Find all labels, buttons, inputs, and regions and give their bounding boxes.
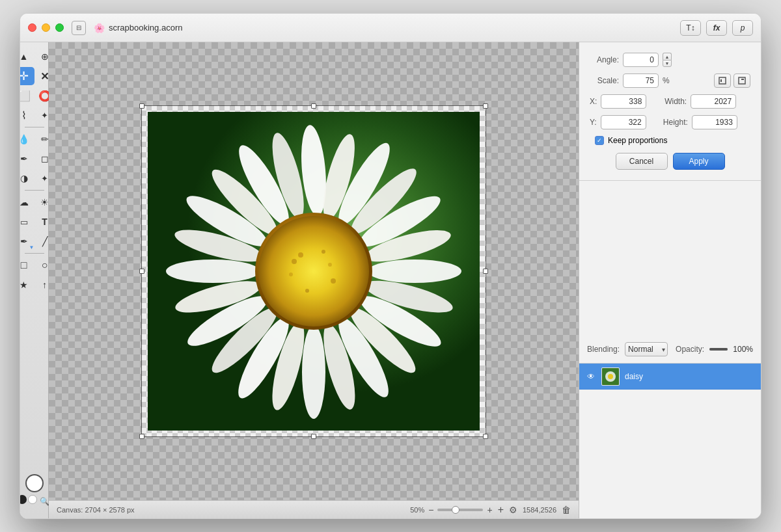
keep-proportions-label: Keep proportions xyxy=(608,136,667,145)
text-style-button[interactable]: T↕ xyxy=(680,20,701,36)
move-tool[interactable]: ✛ xyxy=(20,67,34,85)
angle-decrement-button[interactable]: ▼ xyxy=(663,60,672,67)
document-icon: 🌸 xyxy=(94,23,105,33)
daisy-svg xyxy=(148,112,480,431)
layer-visibility-icon[interactable]: 👁 xyxy=(586,371,596,382)
svg-point-7 xyxy=(368,259,461,283)
canvas-size-label: Canvas: 2704 × 2578 px xyxy=(57,506,135,514)
tool-separator-1 xyxy=(25,127,44,127)
layer-settings-button[interactable]: ⚙ xyxy=(509,505,517,515)
zoom-out-button[interactable]: − xyxy=(428,505,433,515)
coord-grid: X: Width: xyxy=(590,94,750,109)
lock-width-icon xyxy=(719,77,726,85)
lock-width-button[interactable] xyxy=(714,73,731,88)
maximize-button[interactable] xyxy=(55,23,64,32)
main-content: ▲ ⊕ ✛ ✕ ⬜ ⭕ ⌇ ✦ 💧 ✏ xyxy=(20,42,761,518)
tool-separator-3 xyxy=(25,253,44,254)
p-button[interactable]: p xyxy=(732,20,753,36)
height-label: Height: xyxy=(663,118,688,127)
sidebar-toggle-button[interactable]: ⊟ xyxy=(72,21,86,35)
main-window: ⊟ 🌸 scrapbooking.acorn T↕ fx p ▲ ⊕ xyxy=(20,13,761,519)
minimize-button[interactable] xyxy=(42,23,50,32)
zoom-area: 50% − + xyxy=(410,505,492,515)
opacity-label: Opacity: xyxy=(676,345,704,354)
background-color[interactable] xyxy=(28,495,37,504)
color-swatch[interactable] xyxy=(25,474,44,492)
svg-point-29 xyxy=(289,273,293,276)
cloud-tool[interactable]: ☁ xyxy=(20,193,34,211)
color-tools: 🔍 xyxy=(20,495,51,508)
titlebar-right-buttons: T↕ fx p xyxy=(680,20,753,36)
blending-select[interactable]: Normal Multiply Screen Overlay xyxy=(625,342,668,356)
delete-layer-button[interactable]: 🗑 xyxy=(562,505,571,515)
lock-height-icon xyxy=(738,77,746,85)
angle-label: Angle: xyxy=(590,55,619,64)
svg-point-27 xyxy=(298,252,303,258)
cancel-button[interactable]: Cancel xyxy=(616,153,668,170)
star-tool[interactable]: ★ xyxy=(20,276,34,294)
marquee-rect-tool[interactable]: ⬜ xyxy=(20,86,34,105)
svg-point-31 xyxy=(305,289,309,293)
svg-point-33 xyxy=(292,259,297,264)
layer-thumb-svg xyxy=(602,368,619,385)
x-input[interactable] xyxy=(601,94,646,109)
opacity-slider-fill xyxy=(709,348,728,351)
titlebar: ⊟ 🌸 scrapbooking.acorn T↕ fx p xyxy=(20,14,761,42)
blending-select-wrap: Normal Multiply Screen Overlay xyxy=(625,342,668,356)
angle-stepper: ▲ ▼ xyxy=(663,53,672,67)
eyedropper-tool[interactable]: 💧 xyxy=(20,130,34,148)
pen-tool[interactable]: ✒ xyxy=(20,150,34,168)
keep-proportions-checkbox[interactable]: ✓ xyxy=(595,136,604,145)
close-button[interactable] xyxy=(28,23,36,32)
layers-section: 👁 daisy xyxy=(579,364,761,518)
svg-rect-37 xyxy=(741,79,744,80)
foreground-color[interactable] xyxy=(20,495,27,504)
zoom-slider[interactable] xyxy=(437,509,483,511)
y-label: Y: xyxy=(590,118,597,127)
scale-input[interactable] xyxy=(623,73,659,88)
panel-spacer xyxy=(579,181,761,336)
fx-label: fx xyxy=(713,23,720,33)
svg-point-40 xyxy=(608,374,613,379)
height-input[interactable] xyxy=(692,115,737,129)
canvas-container xyxy=(141,105,486,437)
width-label: Width: xyxy=(665,97,687,106)
canvas-area[interactable] xyxy=(49,42,579,500)
svg-rect-35 xyxy=(720,79,722,82)
text-style-icon: T↕ xyxy=(686,23,694,33)
zoom-slider-thumb[interactable] xyxy=(452,506,459,514)
angle-input[interactable] xyxy=(623,53,659,67)
zoom-level: 50% xyxy=(410,506,424,514)
y-input[interactable] xyxy=(601,115,646,129)
svg-point-32 xyxy=(328,263,332,267)
scale-label: Scale: xyxy=(590,76,619,85)
width-input[interactable] xyxy=(691,94,736,109)
apply-button[interactable]: Apply xyxy=(673,153,725,170)
scale-row: Scale: % xyxy=(590,73,750,88)
properties-panel: Angle: ▲ ▼ Scale: % xyxy=(579,42,761,181)
opacity-value: 100% xyxy=(733,345,753,354)
dodge-tool[interactable]: ◑ xyxy=(20,169,34,187)
fx-button[interactable]: fx xyxy=(706,20,727,36)
opacity-slider[interactable] xyxy=(709,348,728,351)
lasso-tool[interactable]: ⌇ xyxy=(20,106,34,124)
lock-height-button[interactable] xyxy=(733,73,750,88)
zoom-in-button[interactable]: + xyxy=(487,505,492,515)
blending-section: Blending: Normal Multiply Screen Overlay… xyxy=(579,336,761,364)
aspect-buttons xyxy=(714,73,750,88)
x-label: X: xyxy=(590,97,597,106)
traffic-lights xyxy=(28,23,64,32)
keep-proportions-row: ✓ Keep proportions xyxy=(590,136,750,145)
layer-daisy[interactable]: 👁 daisy xyxy=(579,364,761,390)
left-toolbar: ▲ ⊕ ✛ ✕ ⬜ ⭕ ⌇ ✦ 💧 ✏ xyxy=(20,42,49,518)
color-area: 🔍 xyxy=(20,474,51,513)
layer-name: daisy xyxy=(625,372,643,381)
add-layer-button[interactable]: + xyxy=(498,504,504,516)
rect-shape-tool[interactable]: ▭ xyxy=(20,213,34,231)
svg-point-13 xyxy=(302,325,325,419)
bezier-tool[interactable]: ✒▼ xyxy=(20,232,34,250)
angle-increment-button[interactable]: ▲ xyxy=(663,53,672,60)
action-buttons: Cancel Apply xyxy=(590,153,750,170)
arrow-tool[interactable]: ▲ xyxy=(20,47,34,66)
rect-frame-tool[interactable]: □ xyxy=(20,256,34,274)
